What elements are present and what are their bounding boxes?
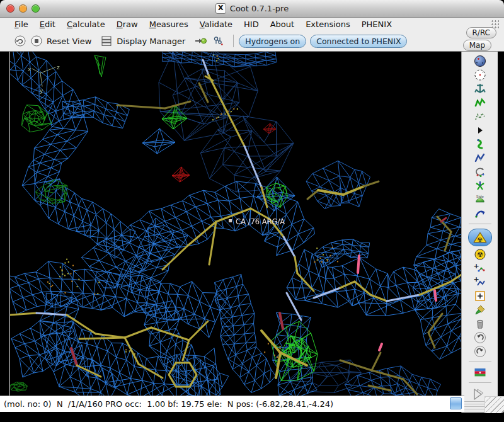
plus-molecule-icon[interactable]: + [471,261,489,275]
flag-icon[interactable] [471,365,489,379]
toolbar-separator [469,224,491,224]
menu-phenix[interactable]: PHENIX [356,18,398,30]
model-view-canvas[interactable] [10,52,461,396]
window-resize-grip[interactable] [484,396,504,413]
green-rotamer-icon[interactable] [471,137,489,151]
expand-triangle-icon[interactable] [469,387,486,402]
rrc-button[interactable]: R/RC [466,27,497,38]
dashed-circle-icon[interactable] [471,68,489,82]
x11-icon: X [215,3,226,14]
svg-text:+: + [473,262,479,270]
sphere-icon[interactable] [471,54,489,68]
reset-view-button[interactable]: Reset View [47,37,91,46]
blue-zigzag-icon[interactable] [471,151,489,165]
toolbar-grip[interactable] [464,401,486,409]
phenix-connection-button[interactable]: Connected to PHENIX [310,35,407,48]
blue-swoosh-icon[interactable] [471,207,489,220]
circular-arrow-icon[interactable] [471,165,489,179]
radiation-triangle-button[interactable]: ☢ [468,229,492,246]
pinwheel-icon[interactable] [471,179,489,193]
menu-edit[interactable]: Edit [34,18,61,30]
anchor-icon[interactable] [471,82,489,96]
dotted-zigzag-icon[interactable] [471,110,489,123]
green-arrow-key-icon[interactable] [194,35,208,47]
main-toolbar: Reset View Display Manager Hydrogens on … [0,31,504,52]
radiation-icon[interactable]: ☢ [471,248,489,261]
display-manager-icon[interactable] [100,35,113,47]
menu-hid[interactable]: HID [238,18,265,30]
svg-text:☢: ☢ [477,251,483,259]
plus-box-icon[interactable] [471,289,489,303]
undo-icon[interactable] [471,331,489,345]
statusbar: (mol. no: 0) N /1/A/160 PRO occ: 1.00 bf… [0,396,464,412]
menu-validate[interactable]: Validate [194,18,238,30]
svg-text:+: + [473,276,479,283]
map-button[interactable]: Map [463,40,491,51]
scrollbar-thumb[interactable] [450,397,462,409]
side-hemisphere-icon[interactable]: Side [471,193,489,207]
toolbar-separator [469,382,491,383]
display-manager-button[interactable]: Display Manager [117,37,185,46]
menu-file[interactable]: File [9,18,34,30]
menubar: FileEditCalculateDrawMeasuresValidateHID… [0,18,504,31]
trash-icon[interactable] [471,317,489,331]
molecule-icon[interactable] [212,35,224,47]
back-view-icon[interactable] [14,35,26,47]
modelling-toolbar: Side☢☢++ [461,52,498,413]
green-zigzag-icon[interactable] [471,96,489,110]
toolbar-separator [469,362,491,362]
black-triangle-icon[interactable] [471,123,489,137]
record-view-icon[interactable] [30,35,43,47]
menu-about[interactable]: About [265,18,300,30]
redo-icon[interactable] [471,345,489,358]
status-text: (mol. no: 0) N /1/A/160 PRO occ: 1.00 bf… [4,399,333,409]
svg-text:☢: ☢ [477,236,483,243]
coot-window: { "window": { "title": "Coot 0.7.1-pre",… [0,0,504,422]
hydrogens-toggle-button[interactable]: Hydrogens on [239,35,306,48]
menu-calculate[interactable]: Calculate [61,18,111,30]
window-title-text: Coot 0.7.1-pre [230,4,289,13]
titlebar: X Coot 0.7.1-pre [0,0,504,18]
plus-blue-molecule-icon[interactable]: + [471,275,489,289]
menu-draw[interactable]: Draw [111,18,144,30]
toolbar-separator [233,35,234,47]
paintbrush-icon[interactable] [471,303,489,317]
svg-text:Side: Side [476,195,484,198]
menu-measures[interactable]: Measures [144,18,194,30]
window-title: X Coot 0.7.1-pre [0,3,504,14]
menu-extensions[interactable]: Extensions [300,18,356,30]
